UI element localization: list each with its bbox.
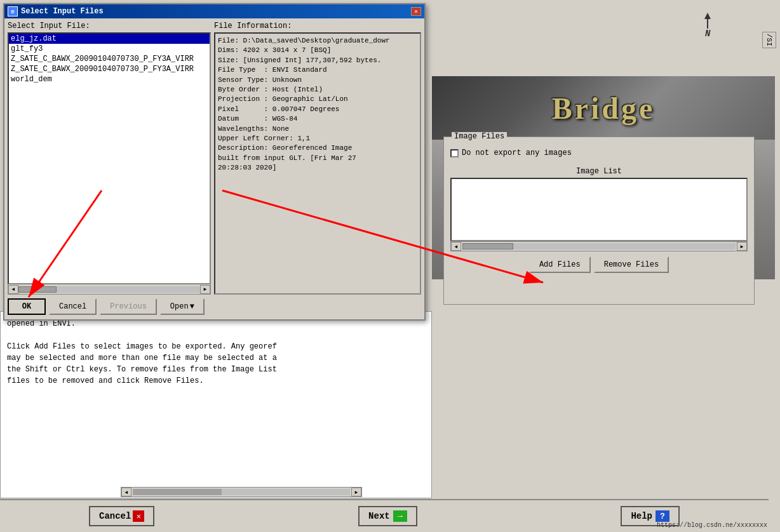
file-list-hscroll[interactable]: ◄ ► bbox=[8, 284, 211, 295]
main-hscroll-right[interactable]: ► bbox=[351, 488, 361, 496]
image-list-hscroll[interactable]: ◄ ► bbox=[450, 241, 748, 251]
url-bar: https://blog.csdn.ne/xxxxxxxx bbox=[657, 522, 767, 529]
file-hscroll-left[interactable]: ◄ bbox=[8, 285, 18, 294]
dialog-panels: Select Input File: elg_jz.dat glt_fy3 Z_… bbox=[8, 22, 421, 295]
info-panel: File Information: File: D:\Data_saved\De… bbox=[214, 22, 421, 295]
help-q-icon: ? bbox=[656, 510, 669, 522]
dialog-app-icon: ⊞ bbox=[8, 6, 18, 17]
dialog-close-button[interactable]: ✕ bbox=[411, 7, 421, 16]
cancel-label: Cancel bbox=[99, 511, 131, 521]
bridge-banner: Bridge bbox=[432, 76, 775, 140]
dialog-body: Select Input File: elg_jz.dat glt_fy3 Z_… bbox=[4, 18, 424, 319]
open-button[interactable]: Open ▼ bbox=[160, 298, 205, 315]
file-info-text: File: D:\Data_saved\Desktop\graduate_dow… bbox=[214, 32, 421, 295]
image-file-buttons: Add Files Remove Files bbox=[444, 256, 754, 273]
dialog-title: Select Input Files bbox=[21, 7, 104, 16]
no-export-label: Do not export any images bbox=[462, 149, 572, 157]
north-arrow: N bbox=[705, 16, 710, 39]
page-bottom-bar: Cancel ✕ Next → Help ? bbox=[0, 499, 769, 532]
file-item-0[interactable]: elg_jz.dat bbox=[9, 34, 210, 44]
next-label: Next bbox=[368, 511, 390, 521]
main-hscroll[interactable]: ◄ ► bbox=[121, 487, 362, 497]
help-label: Help bbox=[631, 511, 652, 521]
no-export-checkbox[interactable] bbox=[450, 149, 459, 157]
main-text: opened in ENVI. Click Add Files to selec… bbox=[7, 318, 425, 387]
cancel-button[interactable]: Cancel bbox=[49, 298, 97, 315]
image-files-title: Image Files bbox=[452, 132, 507, 141]
north-letter: N bbox=[705, 29, 710, 39]
file-listbox[interactable]: elg_jz.dat glt_fy3 Z_SATE_C_BAWX_2009010… bbox=[8, 32, 211, 284]
file-panel-label: Select Input File: bbox=[8, 22, 211, 30]
hscroll-right-btn[interactable]: ► bbox=[737, 242, 747, 251]
ok-button[interactable]: OK bbox=[8, 298, 46, 315]
file-item-1[interactable]: glt_fy3 bbox=[9, 44, 210, 54]
open-dropdown-arrow: ▼ bbox=[190, 302, 194, 311]
info-panel-label: File Information: bbox=[214, 22, 421, 30]
hscroll-thumb[interactable] bbox=[462, 243, 513, 249]
select-input-files-dialog: ⊞ Select Input Files ✕ Select Input File… bbox=[3, 3, 426, 321]
file-item-4[interactable]: world_dem bbox=[9, 74, 210, 84]
cancel-x-icon: ✕ bbox=[133, 510, 144, 522]
hscroll-left-btn[interactable]: ◄ bbox=[451, 242, 461, 251]
page-cancel-button[interactable]: Cancel ✕ bbox=[89, 506, 154, 526]
dialog-title-area: ⊞ Select Input Files bbox=[8, 6, 104, 17]
page-next-button[interactable]: Next → bbox=[358, 506, 417, 526]
instruction-text: Click Add Files to select images to be e… bbox=[7, 341, 425, 387]
image-list-label: Image List bbox=[444, 167, 754, 176]
previous-button[interactable]: Previous bbox=[100, 298, 157, 315]
dialog-titlebar: ⊞ Select Input Files ✕ bbox=[4, 4, 424, 18]
side-tab[interactable]: /SI bbox=[762, 32, 776, 48]
remove-files-button[interactable]: Remove Files bbox=[594, 256, 669, 273]
image-files-panel: Image Files Do not export any images Ima… bbox=[443, 136, 755, 305]
main-hscroll-left[interactable]: ◄ bbox=[121, 488, 131, 496]
next-arrow-icon: → bbox=[393, 510, 407, 522]
file-hscroll-track bbox=[18, 286, 200, 293]
dialog-buttons: OK Cancel Previous Open ▼ bbox=[8, 295, 421, 316]
main-hscroll-track bbox=[133, 489, 350, 495]
add-files-button[interactable]: Add Files bbox=[529, 256, 591, 273]
hscroll-track bbox=[462, 243, 736, 249]
main-hscroll-thumb[interactable] bbox=[133, 489, 222, 495]
file-hscroll-thumb[interactable] bbox=[18, 286, 57, 293]
file-hscroll-right[interactable]: ► bbox=[200, 285, 210, 294]
file-panel: Select Input File: elg_jz.dat glt_fy3 Z_… bbox=[8, 22, 211, 295]
file-item-2[interactable]: Z_SATE_C_BAWX_20090104070730_P_FY3A_VIRR bbox=[9, 54, 210, 64]
main-content-area: opened in ENVI. Click Add Files to selec… bbox=[0, 311, 432, 498]
bridge-text: Bridge bbox=[552, 91, 656, 126]
image-listbox[interactable] bbox=[450, 178, 748, 241]
file-item-3[interactable]: Z_SATE_C_BAWX_20090104070730_P_FY3A_VIRR bbox=[9, 64, 210, 74]
